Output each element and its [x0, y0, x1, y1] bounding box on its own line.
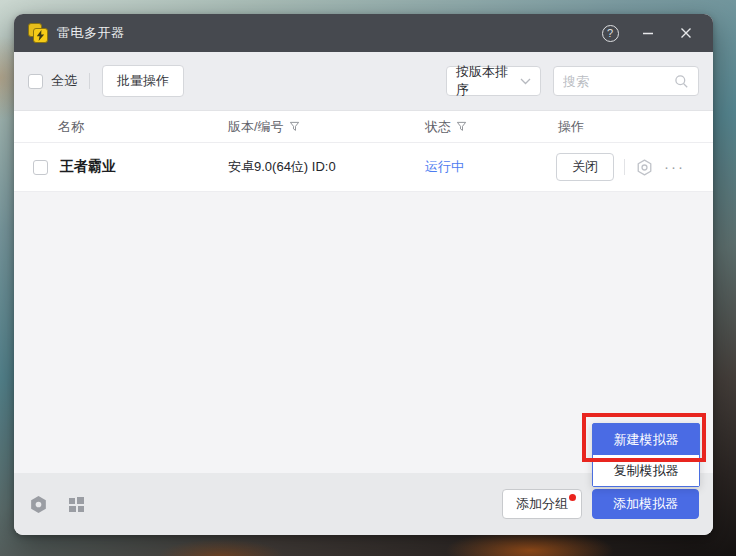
select-all-label: 全选: [51, 72, 77, 90]
search-input[interactable]: [563, 74, 674, 89]
toolbar-divider: [89, 73, 90, 89]
app-window: 雷电多开器 ? 全选 批量操作 按版本排序: [14, 14, 713, 535]
add-emulator-popup-menu: 新建模拟器 复制模拟器: [592, 423, 700, 487]
column-header-version-label: 版本/编号: [228, 118, 284, 136]
table-header: 名称 版本/编号 状态 操作: [14, 110, 713, 143]
sort-dropdown[interactable]: 按版本排序: [446, 66, 541, 96]
search-box: [553, 66, 699, 96]
menu-item-copy-emulator[interactable]: 复制模拟器: [593, 455, 699, 486]
column-header-name: 名称: [58, 111, 84, 142]
batch-operations-button[interactable]: 批量操作: [102, 65, 184, 97]
add-group-label: 添加分组: [516, 496, 568, 511]
actions-divider: [624, 159, 625, 175]
close-icon[interactable]: [673, 20, 699, 46]
app-logo-icon: [28, 23, 48, 43]
footer-icons: [28, 494, 85, 515]
chevron-down-icon: [520, 78, 531, 85]
column-header-name-label: 名称: [58, 118, 84, 136]
row-version: 安卓9.0(64位) ID:0: [228, 143, 336, 191]
more-options-icon[interactable]: ···: [664, 162, 685, 172]
toolbar: 全选 批量操作 按版本排序: [14, 52, 713, 110]
row-actions: 关闭 ···: [556, 143, 685, 191]
row-checkbox[interactable]: [33, 160, 48, 175]
add-emulator-button[interactable]: 添加模拟器: [592, 489, 699, 519]
help-icon[interactable]: ?: [597, 20, 623, 46]
sort-dropdown-value: 按版本排序: [456, 63, 520, 99]
grid-layout-icon[interactable]: [67, 495, 85, 513]
minimize-icon[interactable]: [635, 20, 661, 46]
window-controls: ?: [597, 20, 699, 46]
table-row: 王者霸业 安卓9.0(64位) ID:0 运行中 关闭 ···: [14, 143, 713, 192]
column-header-status: 状态: [425, 111, 467, 142]
desktop-wallpaper: 雷电多开器 ? 全选 批量操作 按版本排序: [0, 0, 736, 556]
menu-item-new-emulator[interactable]: 新建模拟器: [593, 424, 699, 455]
column-header-status-label: 状态: [425, 118, 451, 136]
instance-settings-icon[interactable]: [635, 158, 654, 177]
global-settings-icon[interactable]: [28, 494, 49, 515]
row-status-badge: 运行中: [425, 143, 464, 191]
lightning-icon: [36, 30, 45, 41]
column-header-action-label: 操作: [558, 118, 584, 136]
column-header-action: 操作: [558, 111, 584, 142]
filter-icon[interactable]: [456, 121, 467, 132]
search-icon: [674, 74, 689, 89]
toolbar-right: 按版本排序: [446, 66, 699, 96]
row-name: 王者霸业: [60, 143, 116, 191]
titlebar: 雷电多开器 ?: [14, 14, 713, 52]
window-title: 雷电多开器: [57, 24, 125, 42]
close-instance-button[interactable]: 关闭: [556, 153, 614, 181]
row-checkbox-cell: [33, 143, 48, 191]
footer-right: 添加分组 添加模拟器: [502, 489, 699, 519]
notification-dot: [569, 494, 576, 501]
filter-icon[interactable]: [289, 121, 300, 132]
add-group-button[interactable]: 添加分组: [502, 489, 582, 519]
select-all-checkbox[interactable]: [28, 74, 43, 89]
column-header-version: 版本/编号: [228, 111, 300, 142]
